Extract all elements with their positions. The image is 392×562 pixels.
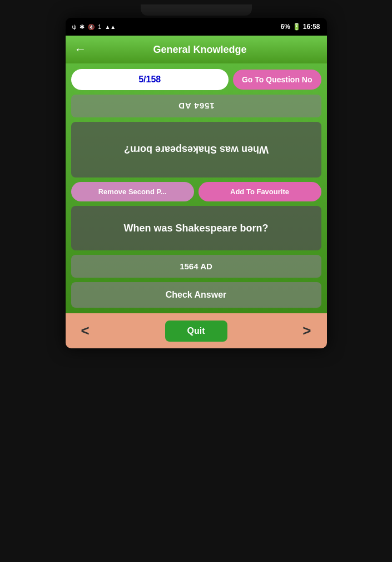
mute-icon: 🔇 (88, 24, 95, 30)
phone-screen: ψ ✱ 🔇 1 ▲▲ 6% 🔋 16:58 ← General Knowledg… (66, 18, 327, 348)
question-display: When was Shakespeare born? (71, 206, 321, 250)
question-number-input[interactable] (71, 69, 229, 90)
battery-icon: 🔋 (292, 23, 301, 31)
quit-button[interactable]: Quit (165, 321, 227, 342)
bluetooth-icon: ✱ (80, 23, 85, 31)
status-bar: ψ ✱ 🔇 1 ▲▲ 6% 🔋 16:58 (66, 18, 327, 36)
battery-level: 6% (280, 23, 290, 31)
goto-question-button[interactable]: Go To Question No (233, 70, 321, 90)
prev-button[interactable]: < (75, 320, 96, 342)
check-answer-button[interactable]: Check Answer (71, 282, 321, 308)
answer-text: 1564 AD (180, 262, 212, 271)
signal-icon: ▲▲ (105, 24, 116, 30)
question-text: When was Shakespeare born? (123, 223, 268, 234)
status-left: ψ ✱ 🔇 1 ▲▲ (72, 23, 116, 31)
status-right: 6% 🔋 16:58 (280, 23, 320, 31)
usb-icon: ψ (72, 23, 77, 30)
bottom-nav: < Quit > (66, 313, 327, 348)
toolbar: ← General Knowledge (66, 36, 327, 63)
phone-outer: ψ ✱ 🔇 1 ▲▲ 6% 🔋 16:58 ← General Knowledg… (0, 0, 392, 562)
main-content: Go To Question No 1564 AD When was Shake… (66, 63, 327, 313)
answer-display: 1564 AD (71, 255, 321, 278)
flipped-answer-display: 1564 AD (71, 95, 321, 117)
action-buttons-row: Remove Second P... Add To Favourite (71, 182, 321, 201)
add-to-favourite-button[interactable]: Add To Favourite (199, 182, 321, 201)
remove-second-pass-button[interactable]: Remove Second P... (71, 182, 194, 201)
flipped-question-display: When was Shakespeare born? (71, 122, 321, 178)
time-display: 16:58 (303, 23, 320, 31)
question-nav-row: Go To Question No (71, 69, 321, 90)
page-title: General Knowledge (96, 44, 305, 56)
phone-notch (141, 4, 252, 16)
back-button[interactable]: ← (75, 42, 87, 57)
next-button[interactable]: > (296, 320, 317, 342)
sim-icon: 1 (98, 23, 101, 30)
